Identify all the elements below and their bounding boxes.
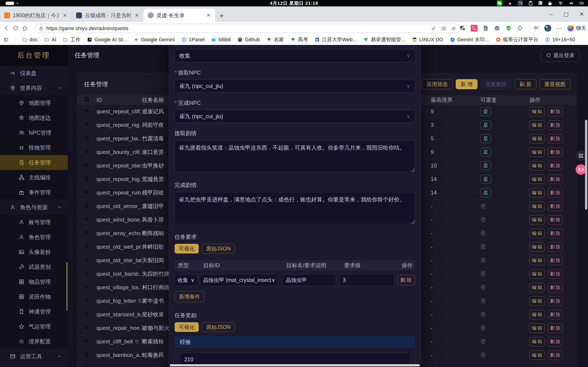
- quest-id[interactable]: quest_repeat_nig...: [96, 122, 141, 128]
- delete-button[interactable]: 删 除: [548, 242, 563, 252]
- maximize-button[interactable]: ▢: [562, 11, 571, 17]
- wechat-icon[interactable]: [497, 0, 502, 6]
- logout-button[interactable]: 退出登录: [541, 49, 580, 62]
- add-button[interactable]: 新 增: [456, 79, 477, 89]
- delete-button[interactable]: 删 除: [548, 134, 563, 143]
- edit-button[interactable]: 编 辑: [529, 188, 545, 198]
- quest-id[interactable]: quest_lost_bamb...: [96, 271, 141, 277]
- copilot-chat-button[interactable]: 聊天: [567, 25, 586, 32]
- accept-story-textarea[interactable]: 崔九搓着指头笑道：晶蚀虫甲这东西，不起眼，可真有人收。你多带几片来，我照旧给你结…: [174, 140, 415, 172]
- edit-button[interactable]: 编 辑: [529, 215, 545, 225]
- delete-button[interactable]: 删 除: [548, 269, 563, 279]
- edit-button[interactable]: 编 辑: [529, 269, 545, 279]
- home-icon[interactable]: [20, 24, 29, 33]
- copy-icon[interactable]: [135, 339, 139, 344]
- quest-id[interactable]: quest_wind_bone...: [96, 217, 141, 223]
- modal-horizontal-scrollbar[interactable]: [170, 364, 420, 366]
- qr-extension-icon[interactable]: [459, 25, 466, 32]
- add-condition-button[interactable]: 新增条件: [174, 291, 204, 302]
- edit-button[interactable]: 编 辑: [529, 256, 545, 265]
- close-button[interactable]: ✕: [578, 11, 586, 17]
- row-checkbox[interactable]: [84, 216, 90, 222]
- password-key-icon[interactable]: [431, 26, 436, 31]
- rewards-visual-button[interactable]: 可视化: [174, 322, 199, 332]
- qq-icon[interactable]: [507, 1, 513, 6]
- sidebar-item-monster-manage[interactable]: 怪物管理: [0, 140, 68, 155]
- row-checkbox[interactable]: [84, 230, 90, 236]
- quest-id[interactable]: quest_starsand_b...: [96, 311, 141, 318]
- clipboard-icon[interactable]: [527, 1, 534, 6]
- req-target-id-select[interactable]: 晶蚀虫甲 (mat_crystal_insect_shell)∨: [200, 274, 278, 286]
- sidebar-group-roles-resources[interactable]: 角色与资源: [0, 200, 68, 215]
- bookmark-doc[interactable]: doc: [22, 37, 37, 43]
- bookmark-ai[interactable]: AI: [44, 37, 56, 43]
- row-checkbox[interactable]: [84, 243, 90, 249]
- sidebar-item-npc-manage[interactable]: NPC管理: [0, 125, 68, 140]
- bookmark-gemini-watermark[interactable]: Gemini 水印...: [450, 36, 489, 43]
- sidebar-item-map-manage[interactable]: 地图管理: [0, 95, 68, 110]
- apply-filter-button[interactable]: 应用筛选: [422, 79, 452, 89]
- accept-npc-select[interactable]: 崔九 (npc_cui_jiu)∨: [174, 80, 415, 92]
- req-delete-button[interactable]: 删 除: [397, 275, 415, 285]
- delete-button[interactable]: 删 除: [548, 350, 563, 360]
- edit-button[interactable]: 编 辑: [529, 134, 545, 143]
- delete-button[interactable]: 删 除: [548, 229, 563, 238]
- edit-button[interactable]: 编 辑: [529, 202, 545, 211]
- adguard-shield-icon[interactable]: [505, 25, 512, 32]
- sidebar-group-world-content[interactable]: 世界内容: [0, 81, 68, 95]
- row-checkbox[interactable]: [84, 365, 90, 367]
- sidebar-item-skill-manage[interactable]: 神通管理: [0, 304, 68, 319]
- quest-id[interactable]: quest_old_star_tal...: [96, 257, 141, 264]
- tab-1[interactable]: 1900的灯泡店｜今天该把哪 ✕: [0, 9, 72, 22]
- cat-proxy-icon[interactable]: [518, 0, 523, 6]
- req-target-name-input[interactable]: 晶蚀虫甲: [282, 274, 336, 286]
- select-all-checkbox[interactable]: [84, 96, 90, 102]
- delete-button[interactable]: 删 除: [548, 215, 563, 225]
- sidebar-item-event-manage[interactable]: 事件管理: [0, 185, 68, 200]
- sidebar-item-dashboard[interactable]: 仪表盘: [0, 66, 68, 81]
- url-text[interactable]: https://game.shiyu.dev/admin/quests: [46, 25, 431, 31]
- requirements-visual-button[interactable]: 可视化: [174, 244, 199, 253]
- complete-story-textarea[interactable]: 崔九把虫甲丢进秤盘，满意地点了点头：成色行，账也好算。你要是常来，我给你留个好价…: [174, 192, 415, 224]
- quest-id[interactable]: quest_repair_hoe...: [96, 325, 141, 331]
- delete-button[interactable]: 删 除: [548, 296, 563, 306]
- delete-button[interactable]: 删 除: [548, 337, 563, 346]
- input-method-indicator[interactable]: 薄: [538, 0, 543, 6]
- refresh-icon[interactable]: [11, 24, 20, 33]
- bookmark-16-16-50[interactable]: 16+16+50: [545, 37, 575, 43]
- delete-button[interactable]: 删 除: [548, 283, 563, 292]
- row-checkbox[interactable]: [84, 108, 90, 114]
- quest-id[interactable]: quest_old_well_pr...: [96, 244, 141, 250]
- row-checkbox[interactable]: [84, 284, 90, 290]
- page-scrollbar[interactable]: [585, 120, 587, 210]
- tab-close-icon[interactable]: ✕: [61, 12, 69, 18]
- edit-button[interactable]: 编 辑: [529, 350, 545, 360]
- row-checkbox[interactable]: [84, 162, 90, 168]
- split-screen-icon[interactable]: [441, 26, 446, 31]
- row-checkbox[interactable]: [84, 121, 90, 127]
- new-tab-button[interactable]: +: [215, 11, 228, 22]
- quest-id[interactable]: quest_bamboo_a...: [96, 352, 141, 358]
- row-checkbox[interactable]: [84, 175, 90, 181]
- delete-button[interactable]: 删 除: [548, 310, 563, 319]
- row-checkbox[interactable]: [84, 338, 90, 344]
- tab-close-icon[interactable]: ✕: [133, 12, 140, 18]
- row-checkbox[interactable]: [84, 297, 90, 303]
- document-extension-icon[interactable]: [482, 25, 489, 32]
- bookmark-jsu-web[interactable]: W江苏大学Web...: [314, 36, 357, 43]
- sidebar-item-mainline[interactable]: 主线编排: [0, 170, 68, 185]
- quest-id[interactable]: quest_repeat_fog...: [96, 176, 141, 182]
- sidebar-item-account-manage[interactable]: 账号管理: [0, 215, 68, 230]
- bookmark-yilutong[interactable]: 易录通智能管...: [363, 36, 405, 43]
- bulk-delete-button[interactable]: 批量删除: [481, 79, 511, 89]
- bookmark-google-ai-studio[interactable]: Google AI St...: [87, 37, 127, 43]
- delete-button[interactable]: 删 除: [548, 107, 563, 116]
- delete-button[interactable]: 删 除: [548, 120, 563, 130]
- caffeine-icon[interactable]: [547, 1, 553, 6]
- edit-button[interactable]: 编 辑: [529, 120, 545, 130]
- edit-button[interactable]: 编 辑: [529, 337, 545, 346]
- row-checkbox[interactable]: [84, 351, 90, 357]
- delete-button[interactable]: 删 除: [548, 202, 563, 211]
- rewards-json-button[interactable]: 原始JSON: [202, 322, 235, 332]
- quest-id[interactable]: quest_repeat_cliff...: [96, 108, 141, 115]
